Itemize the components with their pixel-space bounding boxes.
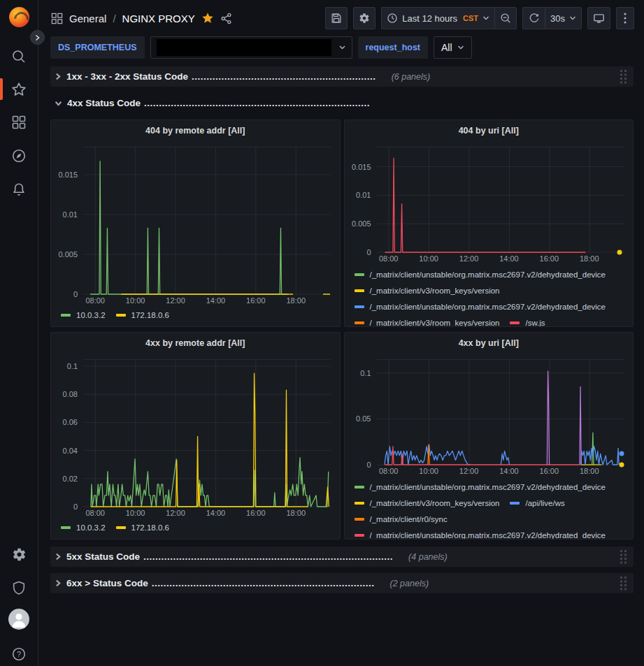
cycle-view-mode-button[interactable]: [587, 7, 610, 29]
panel-4xx-by-uri: 4xx by uri [All] 00.050.1 08:0010:0012:0…: [344, 332, 634, 540]
y-axis-tick: 0: [366, 461, 371, 469]
search-icon[interactable]: [0, 45, 38, 68]
x-axis-tick: 18:00: [580, 467, 599, 475]
dashboard-canvas: 1xx - 3xx - 2xx Status Code ............…: [38, 63, 644, 666]
plot-svg: [377, 359, 625, 465]
chevron-down-icon: [55, 100, 62, 107]
toolbar: Last 12 hours CST 30s: [325, 7, 634, 29]
x-axis-tick: 14:00: [206, 296, 226, 305]
breadcrumb: General / NGINX PROXY: [51, 12, 232, 24]
starred-dashboards-icon[interactable]: [0, 78, 38, 101]
x-axis-tick: 10:00: [419, 467, 438, 475]
row-panel-count: (4 panels): [408, 552, 448, 562]
legend-series-swatch: [355, 534, 364, 537]
legend-item[interactable]: /_matrix/client/unstable/org.matrix.msc2…: [355, 527, 606, 539]
legend-item[interactable]: 10.0.3.2: [61, 519, 106, 535]
drag-handle-icon[interactable]: [620, 549, 628, 564]
time-series-plot[interactable]: 00.050.1: [345, 354, 634, 465]
x-axis-tick: 12:00: [459, 467, 479, 475]
legend-item[interactable]: /_matrix/client/v3/room_keys/version: [355, 314, 500, 326]
sidebar-expand-button[interactable]: [30, 30, 45, 45]
dashboard-row-4xx[interactable]: 4xx Status Code ........................…: [50, 93, 634, 113]
legend-item[interactable]: 172.18.0.6: [116, 519, 169, 535]
refresh-button[interactable]: [522, 7, 545, 29]
y-axis-tick: 0.005: [58, 250, 78, 259]
datasource-value-redacted: [157, 39, 331, 56]
panel-title[interactable]: 4xx by remote addr [All]: [51, 333, 340, 354]
panel-title[interactable]: 404 by remote addr [All]: [51, 120, 340, 141]
time-series-plot[interactable]: 00.0050.010.015: [51, 141, 340, 294]
zoom-out-button[interactable]: [494, 7, 517, 29]
x-axis-tick: 08:00: [379, 254, 399, 263]
y-axis-tick: 0.015: [352, 163, 371, 171]
chevron-down-icon: [482, 15, 489, 21]
x-axis: 08:0010:0012:0014:0016:0018:00: [83, 507, 331, 519]
panel-title[interactable]: 4xx by uri [All]: [345, 333, 634, 354]
legend-series-label: 172.18.0.6: [131, 311, 169, 319]
x-axis-tick: 10:00: [419, 254, 438, 263]
time-series-plot[interactable]: 00.0050.010.015: [345, 141, 634, 252]
legend-item[interactable]: /_matrix/client/unstable/org.matrix.msc2…: [355, 266, 606, 282]
share-icon[interactable]: [220, 13, 232, 24]
monitor-icon: [593, 13, 605, 24]
x-axis-tick: 16:00: [246, 509, 266, 517]
legend-item[interactable]: /_matrix/client/unstable/org.matrix.msc2…: [355, 479, 606, 495]
legend-item[interactable]: /_matrix/client/unstable/org.matrix.msc2…: [355, 298, 606, 314]
panel-title[interactable]: 404 by uri [All]: [345, 120, 634, 141]
legend-item[interactable]: /_matrix/client/v3/room_keys/version: [355, 282, 500, 298]
time-range-picker[interactable]: Last 12 hours CST: [381, 7, 494, 29]
legend-item[interactable]: /api/live/ws: [510, 495, 564, 511]
dashboard-settings-button[interactable]: [353, 7, 375, 29]
plot-svg: [83, 359, 331, 507]
y-axis-tick: 0.005: [352, 219, 371, 228]
help-icon[interactable]: ?: [0, 642, 38, 666]
save-dashboard-button[interactable]: [325, 7, 348, 29]
dashboards-icon[interactable]: [0, 110, 38, 134]
chevron-right-icon: [55, 73, 62, 80]
legend-series-swatch: [116, 314, 126, 317]
refresh-interval-dropdown[interactable]: 30s: [545, 7, 582, 29]
legend-series-swatch: [355, 502, 364, 505]
user-avatar[interactable]: [8, 609, 29, 630]
configuration-gear-icon[interactable]: [0, 542, 38, 566]
grafana-logo[interactable]: [9, 7, 29, 27]
y-axis-tick: 0.01: [356, 191, 371, 199]
breadcrumb-folder[interactable]: General: [69, 13, 106, 24]
zoom-out-icon: [500, 13, 511, 24]
legend-item[interactable]: /sw.js: [510, 314, 545, 326]
legend-series-swatch: [116, 526, 126, 529]
legend-item[interactable]: /_matrix/client/v3/room_keys/version: [355, 495, 500, 511]
request-host-variable-select[interactable]: All: [434, 36, 472, 59]
x-axis-tick: 16:00: [540, 254, 559, 263]
x-axis-tick: 08:00: [85, 509, 105, 517]
request-host-variable-label[interactable]: request_host: [358, 36, 429, 59]
legend-item[interactable]: /_matrix/client/r0/sync: [355, 511, 448, 527]
dashboard-row-6xx[interactable]: 6xx > Status Code ......................…: [50, 573, 634, 593]
dashboard-row-1xx-3xx-2xx[interactable]: 1xx - 3xx - 2xx Status Code ............…: [50, 66, 634, 87]
legend-item[interactable]: 172.18.0.6: [116, 307, 169, 323]
favorite-star-icon[interactable]: [201, 12, 214, 24]
panel-4xx-by-remote-addr: 4xx by remote addr [All] 00.020.040.060.…: [50, 332, 341, 540]
dashboard-row-5xx[interactable]: 5xx Status Code ........................…: [50, 546, 634, 567]
alerting-bell-icon[interactable]: [0, 178, 38, 201]
time-series-plot[interactable]: 00.020.040.060.080.1: [51, 354, 340, 507]
gear-icon: [359, 13, 370, 24]
row-leader-dots: ........................................…: [144, 98, 370, 108]
x-axis-tick: 10:00: [126, 509, 145, 517]
x-axis-tick: 18:00: [287, 509, 306, 517]
panel-grid: 404 by remote addr [All] 00.0050.010.015…: [50, 120, 634, 540]
legend-item[interactable]: 10.0.3.2: [61, 307, 106, 323]
clock-icon: [387, 13, 398, 24]
datasource-variable-select[interactable]: [150, 36, 352, 59]
kebab-menu-button[interactable]: [616, 7, 634, 29]
explore-compass-icon[interactable]: [0, 144, 38, 168]
drag-handle-icon[interactable]: [620, 69, 628, 84]
legend-series-swatch: [510, 321, 520, 324]
time-range-label: Last 12 hours: [402, 13, 457, 24]
datasource-variable-label[interactable]: DS_PROMETHEUS: [50, 36, 145, 59]
dashboard-title[interactable]: NGINX PROXY: [122, 13, 195, 24]
drag-handle-icon[interactable]: [620, 576, 628, 591]
dashboard-variables: DS_PROMETHEUS request_host All: [38, 36, 644, 63]
server-admin-shield-icon[interactable]: [0, 576, 38, 600]
row-panel-count: (6 panels): [392, 72, 431, 82]
